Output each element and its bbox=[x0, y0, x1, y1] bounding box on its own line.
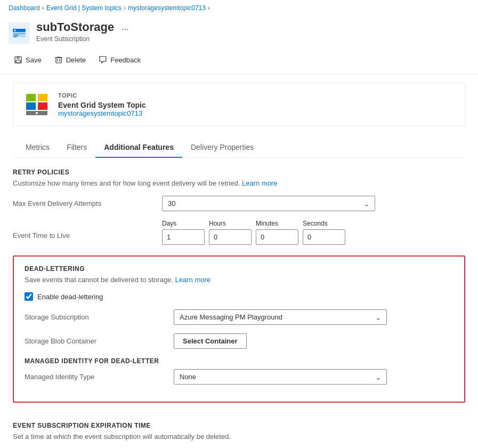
delete-button[interactable]: Delete bbox=[49, 52, 92, 67]
topic-icon bbox=[24, 92, 50, 117]
hours-label: Hours bbox=[209, 220, 252, 227]
storage-subscription-select[interactable]: Azure Messaging PM Playground bbox=[174, 309, 387, 325]
tab-delivery-properties[interactable]: Delivery Properties bbox=[182, 138, 262, 158]
max-attempts-label: Max Event Delivery Attempts bbox=[13, 199, 162, 207]
save-icon bbox=[14, 55, 22, 64]
more-options-button[interactable]: ... bbox=[118, 21, 132, 33]
days-label: Days bbox=[162, 220, 205, 227]
event-ttl-row: Event Time to Live Days Hours Minutes Se… bbox=[13, 220, 465, 245]
save-button[interactable]: Save bbox=[9, 52, 47, 67]
storage-blob-container-row: Storage Blob Container Select Container bbox=[25, 333, 453, 349]
select-container-button[interactable]: Select Container bbox=[174, 333, 247, 349]
expiry-section: EVENT SUBSCRIPTION EXPIRATION TIME Set a… bbox=[13, 413, 465, 448]
svg-point-13 bbox=[36, 112, 38, 114]
hours-input[interactable] bbox=[209, 229, 252, 245]
svg-rect-10 bbox=[38, 94, 47, 101]
page-header: subToStorage ... Event Subscription bbox=[0, 16, 478, 50]
feedback-button[interactable]: Feedback bbox=[93, 52, 146, 67]
dead-letter-learn-more-link[interactable]: Learn more bbox=[175, 276, 210, 284]
svg-rect-8 bbox=[26, 94, 36, 101]
retry-policies-title: RETRY POLICIES bbox=[13, 169, 465, 176]
storage-subscription-row: Storage Subscription Azure Messaging PM … bbox=[25, 309, 453, 325]
retry-policies-desc: Customize how many times and for how lon… bbox=[13, 179, 465, 187]
max-attempts-dropdown[interactable]: 30 bbox=[162, 196, 375, 211]
breadcrumb-topic[interactable]: mystoragesystemtopic0713 bbox=[128, 4, 206, 12]
enable-dead-lettering-checkbox[interactable] bbox=[25, 292, 33, 301]
storage-subscription-label: Storage Subscription bbox=[25, 313, 174, 321]
tab-metrics[interactable]: Metrics bbox=[17, 138, 58, 158]
page-title-area: subToStorage ... Event Subscription bbox=[36, 20, 469, 43]
topic-link[interactable]: mystoragesystemtopic0713 bbox=[58, 109, 142, 117]
retry-learn-more-link[interactable]: Learn more bbox=[242, 179, 277, 187]
hours-field: Hours bbox=[209, 220, 252, 245]
topic-name: Event Grid System Topic bbox=[58, 101, 146, 109]
dead-lettering-title: DEAD-LETTERING bbox=[25, 265, 453, 273]
svg-rect-5 bbox=[17, 57, 20, 59]
dead-lettering-desc: Save events that cannot be delivered to … bbox=[25, 276, 453, 284]
page-title: subToStorage ... bbox=[36, 20, 469, 34]
seconds-input[interactable] bbox=[303, 229, 345, 245]
svg-rect-7 bbox=[56, 58, 61, 63]
svg-rect-6 bbox=[16, 60, 20, 63]
topic-label: TOPIC bbox=[58, 92, 146, 99]
minutes-field: Minutes bbox=[256, 220, 298, 245]
max-attempts-select[interactable]: 30 bbox=[162, 196, 375, 211]
main-content: TOPIC Event Grid System Topic mystorages… bbox=[0, 74, 478, 448]
managed-identity-type-label: Managed Identity Type bbox=[25, 373, 174, 381]
breadcrumb: Dashboard › Event Grid | System topics ›… bbox=[0, 0, 478, 16]
enable-dead-lettering-label[interactable]: Enable dead-lettering bbox=[37, 293, 103, 301]
max-attempts-row: Max Event Delivery Attempts 30 bbox=[13, 196, 465, 211]
delete-icon bbox=[54, 55, 63, 64]
minutes-label: Minutes bbox=[256, 220, 298, 227]
topic-card: TOPIC Event Grid System Topic mystorages… bbox=[13, 83, 465, 126]
svg-rect-9 bbox=[26, 102, 36, 110]
days-field: Days bbox=[162, 220, 205, 245]
feedback-icon bbox=[99, 55, 107, 64]
topic-info: TOPIC Event Grid System Topic mystorages… bbox=[58, 92, 146, 117]
expiry-title: EVENT SUBSCRIPTION EXPIRATION TIME bbox=[13, 422, 465, 429]
svg-rect-11 bbox=[38, 102, 47, 110]
seconds-label: Seconds bbox=[303, 220, 345, 227]
days-input[interactable] bbox=[162, 229, 205, 245]
subscription-icon bbox=[12, 26, 27, 41]
managed-identity-select[interactable]: None System Assigned User Assigned bbox=[174, 369, 387, 385]
minutes-input[interactable] bbox=[256, 229, 298, 245]
page-subtitle: Event Subscription bbox=[36, 35, 469, 43]
tab-filters[interactable]: Filters bbox=[58, 138, 95, 158]
breadcrumb-dashboard[interactable]: Dashboard bbox=[9, 4, 40, 12]
managed-identity-section-title: MANAGED IDENTITY FOR DEAD-LETTER bbox=[25, 357, 453, 365]
tab-additional-features[interactable]: Additional Features bbox=[95, 138, 182, 158]
enable-dead-lettering-row: Enable dead-lettering bbox=[25, 292, 453, 301]
tabs: Metrics Filters Additional Features Deli… bbox=[13, 137, 465, 158]
retry-policies-section: RETRY POLICIES Customize how many times … bbox=[13, 169, 465, 245]
time-fields: Days Hours Minutes Seconds bbox=[162, 220, 345, 245]
managed-identity-type-row: Managed Identity Type None System Assign… bbox=[25, 369, 453, 385]
managed-identity-dropdown[interactable]: None System Assigned User Assigned bbox=[174, 369, 387, 385]
svg-rect-3 bbox=[13, 33, 26, 34]
toolbar: Save Delete Feedback bbox=[0, 50, 478, 74]
dead-lettering-section: DEAD-LETTERING Save events that cannot b… bbox=[13, 255, 465, 403]
svg-point-2 bbox=[14, 30, 16, 31]
max-attempts-control: 30 bbox=[162, 196, 375, 211]
storage-subscription-dropdown[interactable]: Azure Messaging PM Playground bbox=[174, 309, 387, 325]
breadcrumb-event-grid[interactable]: Event Grid | System topics bbox=[46, 4, 121, 12]
page-icon bbox=[9, 22, 30, 44]
event-ttl-label: Event Time to Live bbox=[13, 220, 162, 239]
storage-blob-container-label: Storage Blob Container bbox=[25, 337, 174, 345]
expiry-desc: Set a time at which the event subscripti… bbox=[13, 433, 465, 441]
seconds-field: Seconds bbox=[303, 220, 345, 245]
